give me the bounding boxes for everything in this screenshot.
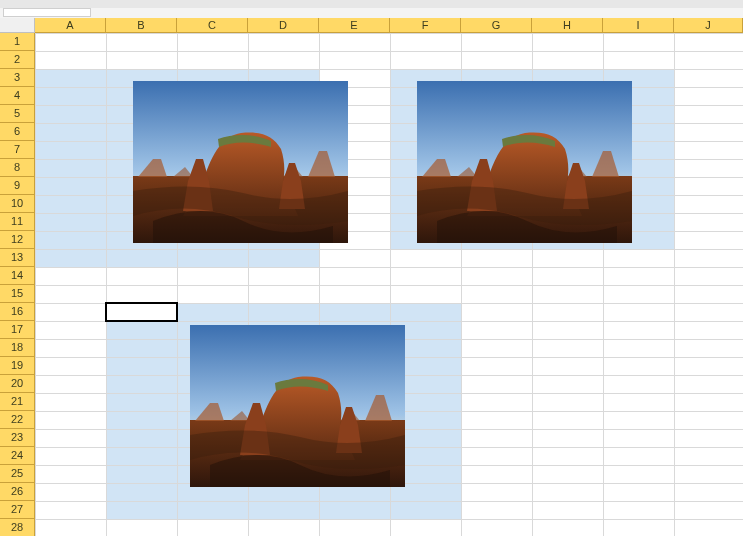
row-header-25[interactable]: 25 <box>0 465 35 483</box>
row-header-label: 2 <box>0 51 34 68</box>
column-header-label: E <box>350 19 357 31</box>
row-header-5[interactable]: 5 <box>0 105 35 123</box>
row-header-15[interactable]: 15 <box>0 285 35 303</box>
column-header-label: B <box>137 19 144 31</box>
gridline-horizontal <box>35 33 743 34</box>
row-header-label: 22 <box>0 411 34 428</box>
column-header-label: I <box>636 19 639 31</box>
row-header-17[interactable]: 17 <box>0 321 35 339</box>
gridline-horizontal <box>35 321 743 322</box>
row-header-label: 15 <box>0 285 34 302</box>
row-header-label: 24 <box>0 447 34 464</box>
row-header-label: 13 <box>0 249 34 266</box>
select-all-corner[interactable] <box>0 18 35 33</box>
row-header-16[interactable]: 16 <box>0 303 35 321</box>
name-box[interactable] <box>3 8 91 17</box>
row-header-12[interactable]: 12 <box>0 231 35 249</box>
grid-area: ABCDEFGHIJ 12345678910111213141516171819… <box>0 18 743 536</box>
toolbar-strip <box>0 0 743 8</box>
column-header-label: D <box>279 19 287 31</box>
row-header-10[interactable]: 10 <box>0 195 35 213</box>
row-header-label: 5 <box>0 105 34 122</box>
gridline-horizontal <box>35 249 743 250</box>
row-header-27[interactable]: 27 <box>0 501 35 519</box>
gridline-horizontal <box>35 285 743 286</box>
spreadsheet-window: ABCDEFGHIJ 12345678910111213141516171819… <box>0 0 743 536</box>
cells-area[interactable] <box>35 33 743 536</box>
embedded-image-2[interactable] <box>417 81 632 243</box>
row-header-label: 6 <box>0 123 34 140</box>
gridline-horizontal <box>35 267 743 268</box>
row-header-label: 21 <box>0 393 34 410</box>
row-header-label: 23 <box>0 429 34 446</box>
row-header-9[interactable]: 9 <box>0 177 35 195</box>
row-header-label: 8 <box>0 159 34 176</box>
column-header-E[interactable]: E <box>319 18 390 33</box>
column-header-label: J <box>705 19 711 31</box>
row-header-label: 10 <box>0 195 34 212</box>
embedded-image-1[interactable] <box>133 81 348 243</box>
column-header-label: G <box>492 19 501 31</box>
column-header-label: F <box>422 19 429 31</box>
row-header-3[interactable]: 3 <box>0 69 35 87</box>
column-header-D[interactable]: D <box>248 18 319 33</box>
gridline-horizontal <box>35 519 743 520</box>
row-header-20[interactable]: 20 <box>0 375 35 393</box>
gridline-horizontal <box>35 501 743 502</box>
column-header-C[interactable]: C <box>177 18 248 33</box>
row-header-label: 28 <box>0 519 34 536</box>
row-header-label: 26 <box>0 483 34 500</box>
row-header-19[interactable]: 19 <box>0 357 35 375</box>
column-header-J[interactable]: J <box>674 18 743 33</box>
row-header-label: 18 <box>0 339 34 356</box>
row-header-8[interactable]: 8 <box>0 159 35 177</box>
active-cell[interactable] <box>106 303 177 321</box>
row-header-18[interactable]: 18 <box>0 339 35 357</box>
row-header-label: 1 <box>0 33 34 50</box>
row-header-21[interactable]: 21 <box>0 393 35 411</box>
row-header-label: 27 <box>0 501 34 518</box>
row-header-label: 9 <box>0 177 34 194</box>
row-header-label: 16 <box>0 303 34 320</box>
column-header-F[interactable]: F <box>390 18 461 33</box>
column-header-B[interactable]: B <box>106 18 177 33</box>
row-header-24[interactable]: 24 <box>0 447 35 465</box>
row-header-label: 25 <box>0 465 34 482</box>
row-header-14[interactable]: 14 <box>0 267 35 285</box>
column-header-G[interactable]: G <box>461 18 532 33</box>
column-header-I[interactable]: I <box>603 18 674 33</box>
row-header-label: 14 <box>0 267 34 284</box>
row-header-7[interactable]: 7 <box>0 141 35 159</box>
gridline-horizontal <box>35 69 743 70</box>
row-header-13[interactable]: 13 <box>0 249 35 267</box>
column-header-label: A <box>66 19 73 31</box>
column-header-label: H <box>563 19 571 31</box>
row-header-11[interactable]: 11 <box>0 213 35 231</box>
gridline-horizontal <box>35 51 743 52</box>
row-header-6[interactable]: 6 <box>0 123 35 141</box>
row-header-label: 3 <box>0 69 34 86</box>
row-header-1[interactable]: 1 <box>0 33 35 51</box>
row-header-label: 19 <box>0 357 34 374</box>
row-header-label: 20 <box>0 375 34 392</box>
row-header-22[interactable]: 22 <box>0 411 35 429</box>
row-header-label: 4 <box>0 87 34 104</box>
column-header-A[interactable]: A <box>35 18 106 33</box>
column-header-label: C <box>208 19 216 31</box>
row-header-2[interactable]: 2 <box>0 51 35 69</box>
row-header-28[interactable]: 28 <box>0 519 35 536</box>
embedded-image-3[interactable] <box>190 325 405 487</box>
row-header-4[interactable]: 4 <box>0 87 35 105</box>
row-header-label: 11 <box>0 213 34 230</box>
row-header-26[interactable]: 26 <box>0 483 35 501</box>
column-header-H[interactable]: H <box>532 18 603 33</box>
row-header-label: 7 <box>0 141 34 158</box>
row-header-label: 12 <box>0 231 34 248</box>
row-header-label: 17 <box>0 321 34 338</box>
row-header-23[interactable]: 23 <box>0 429 35 447</box>
